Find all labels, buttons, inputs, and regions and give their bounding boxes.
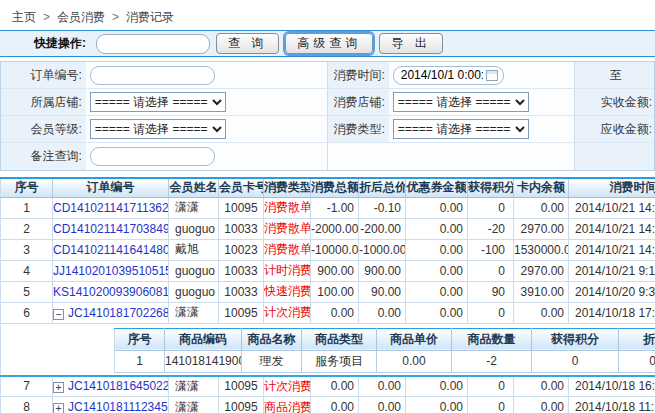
member-card-no: 10095 [219, 302, 264, 323]
own-store-select[interactable]: ===== 请选择 ===== [90, 92, 226, 112]
consume-type: 消费散单 [264, 197, 311, 218]
consume-time-label: 消费时间: [327, 62, 389, 88]
consume-records-table: 序号订单编号会员姓名会员卡号消费类型消费总额折后总价优惠券金额获得积分卡内余额消… [0, 177, 655, 413]
col-header-1: 订单编号 [53, 178, 169, 197]
consume-time: 2014/10/18 17:02:2 [569, 302, 655, 323]
col-header-3: 会员卡号 [219, 178, 264, 197]
row-index: 5 [1, 281, 53, 302]
quick-search-input[interactable] [96, 34, 210, 54]
table-row: 3CD1410211416414805戴旭10023消费散单-10000.00-… [1, 239, 655, 260]
coupon-amount: 0.00 [406, 281, 468, 302]
points-earned: -20 [468, 218, 514, 239]
discounted-total: 90.00 [359, 281, 406, 302]
table-row: 5KS1410200939060812guoguo10033快速消费100.00… [1, 281, 655, 302]
row-index: 4 [1, 260, 53, 281]
order-cell: JJ1410201039510515 [53, 260, 169, 281]
member-name: 潇潇 [169, 397, 219, 413]
coupon-amount: 0.00 [406, 376, 468, 397]
coupon-amount: 0.00 [406, 260, 468, 281]
item-index: 1 [115, 350, 165, 372]
order-no-input[interactable] [90, 66, 215, 85]
expand-icon[interactable]: + [53, 382, 64, 393]
order-cell: −JC1410181702268782 [53, 302, 169, 323]
consume-total: -2000.00 [311, 218, 359, 239]
collapse-icon[interactable]: − [53, 309, 64, 320]
breadcrumb-member-consume[interactable]: 会员消费 [57, 10, 105, 24]
consume-type: 消费散单 [264, 239, 311, 260]
sub-col-header-6: 获得积分 [532, 328, 619, 350]
coupon-amount: 0.00 [406, 302, 468, 323]
consume-total: 0.00 [311, 376, 359, 397]
card-balance: 3910.00 [514, 281, 569, 302]
table-row: 2CD1410211417038497guoguo10033消费散单-2000.… [1, 218, 655, 239]
item-quantity: -2 [452, 350, 532, 372]
member-level-select[interactable]: ===== 请选择 ===== [90, 119, 226, 139]
coupon-amount: 0.00 [406, 218, 468, 239]
consume-time: 2014/10/21 14:17:0 [569, 218, 655, 239]
sub-col-header-0: 序号 [115, 328, 165, 350]
order-number-link[interactable]: KS1410200939060812 [53, 285, 169, 299]
order-number-link[interactable]: CD1410211416414805 [53, 243, 169, 257]
row-index: 6 [1, 302, 53, 323]
breadcrumb: 主页>会员消费>消费记录 [0, 0, 655, 30]
card-balance: 0.00 [514, 302, 569, 323]
discounted-total: 0.00 [359, 397, 406, 413]
order-number-link[interactable]: CD1410211417113622 [53, 201, 169, 215]
points-earned: 0 [468, 260, 514, 281]
consume-total: 900.00 [311, 260, 359, 281]
consume-type: 计时消费 [264, 260, 311, 281]
consume-total: -1.00 [311, 197, 359, 218]
card-balance: 2970.00 [514, 218, 569, 239]
order-number-link[interactable]: JJ1410201039510515 [53, 264, 169, 278]
remark-query-label: 备注查询: [1, 143, 86, 170]
consume-time: 2014/10/18 11:12:1 [569, 397, 655, 413]
detail-cell: 序号商品编码商品名称商品类型商品单价商品数量获得积分折后价11410181419… [1, 323, 655, 376]
discounted-total: -1000.00 [359, 239, 406, 260]
item-name: 理发 [242, 350, 302, 372]
table-row: 7+JC1410181645022974潇潇10095计次消费0.000.000… [1, 376, 655, 397]
remark-query-input[interactable] [90, 147, 215, 166]
order-number-link[interactable]: JC1410181112345678 [68, 400, 169, 413]
member-card-no: 10033 [219, 218, 264, 239]
member-card-no: 10033 [219, 260, 264, 281]
consume-type-select[interactable]: ===== 请选择 ===== [393, 119, 529, 139]
points-earned: 0 [468, 397, 514, 413]
order-cell: CD1410211417038497 [53, 218, 169, 239]
order-number-link[interactable]: JC1410181702268782 [68, 306, 169, 320]
breadcrumb-home[interactable]: 主页 [12, 10, 36, 24]
row-index: 7 [1, 376, 53, 397]
consume-store-select[interactable]: ===== 请选择 ===== [393, 92, 529, 112]
calendar-icon[interactable] [486, 70, 498, 81]
advanced-search-button[interactable]: 高级查询 [285, 33, 373, 54]
order-cell: CD1410211417113622 [53, 197, 169, 218]
receivable-amount-label: 应收金额: [574, 116, 654, 142]
table-header-row: 序号订单编号会员姓名会员卡号消费类型消费总额折后总价优惠券金额获得积分卡内余额消… [1, 178, 655, 197]
order-items-subtable: 序号商品编码商品名称商品类型商品单价商品数量获得积分折后价11410181419… [114, 328, 655, 373]
consume-store-label: 消费店铺: [327, 89, 389, 115]
sub-col-header-5: 商品数量 [452, 328, 532, 350]
export-button[interactable]: 导 出 [379, 33, 442, 54]
consume-records-table-wrap: 序号订单编号会员姓名会员卡号消费类型消费总额折后总价优惠券金额获得积分卡内余额消… [0, 177, 655, 413]
sub-col-header-2: 商品名称 [242, 328, 302, 350]
search-button[interactable]: 查 询 [216, 33, 279, 54]
sub-col-header-4: 商品单价 [377, 328, 452, 350]
col-header-4: 消费类型 [264, 178, 311, 197]
expand-icon[interactable]: + [53, 403, 64, 413]
col-header-2: 会员姓名 [169, 178, 219, 197]
member-card-no: 10095 [219, 376, 264, 397]
row-index: 1 [1, 197, 53, 218]
member-level-label: 会员等级: [1, 116, 86, 142]
consume-type-label: 消费类型: [327, 116, 389, 142]
sub-col-header-1: 商品编码 [165, 328, 242, 350]
to-label: 至 [574, 62, 654, 88]
filter-row-4: 备注查询: [1, 143, 654, 170]
order-number-link[interactable]: CD1410211417038497 [53, 222, 169, 236]
discounted-total: 0.00 [359, 302, 406, 323]
card-balance: 2970.00 [514, 260, 569, 281]
order-cell: CD1410211416414805 [53, 239, 169, 260]
card-balance: 0.00 [514, 197, 569, 218]
card-balance: 1530000.00 [514, 239, 569, 260]
breadcrumb-separator: > [43, 10, 50, 24]
order-number-link[interactable]: JC1410181645022974 [68, 379, 169, 393]
paid-amount-label: 实收金额: [574, 89, 654, 115]
